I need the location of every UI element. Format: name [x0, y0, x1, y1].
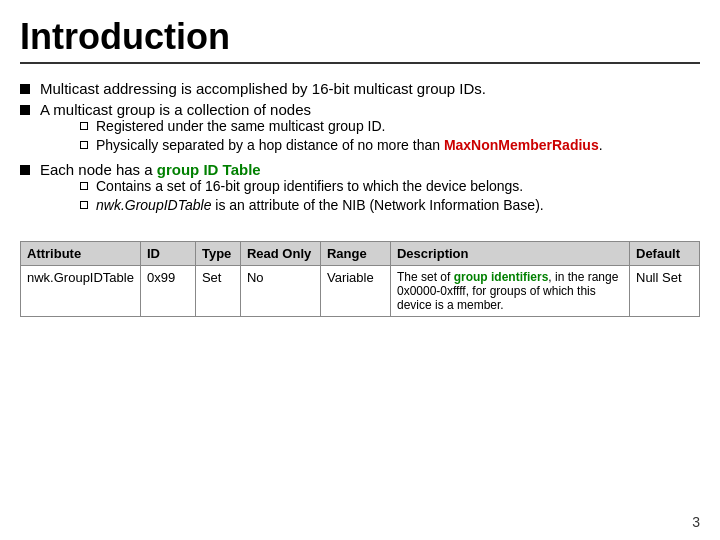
- sub-list-item: Registered under the same multicast grou…: [80, 118, 603, 134]
- cell-type: Set: [195, 266, 240, 317]
- list-item: Multicast addressing is accomplished by …: [20, 80, 700, 97]
- cell-readonly: No: [240, 266, 320, 317]
- sub-text: Registered under the same multicast grou…: [96, 118, 385, 134]
- bullet-text: Each node has a group ID Table: [40, 161, 261, 178]
- cell-id: 0x99: [140, 266, 195, 317]
- bullet-text: Multicast addressing is accomplished by …: [40, 80, 486, 97]
- main-bullet-list: Multicast addressing is accomplished by …: [20, 80, 700, 221]
- col-header-readonly: Read Only: [240, 242, 320, 266]
- bullet-icon: [20, 165, 30, 175]
- sub-list-item: Physically separated by a hop distance o…: [80, 137, 603, 153]
- col-header-id: ID: [140, 242, 195, 266]
- col-header-type: Type: [195, 242, 240, 266]
- attribute-table: Attribute ID Type Read Only Range Descri…: [20, 241, 700, 317]
- col-header-attribute: Attribute: [21, 242, 141, 266]
- list-item: A multicast group is a collection of nod…: [20, 101, 700, 157]
- bullet-content: A multicast group is a collection of nod…: [40, 101, 603, 157]
- max-non-member-radius: MaxNonMemberRadius: [444, 137, 599, 153]
- table-header-row: Attribute ID Type Read Only Range Descri…: [21, 242, 700, 266]
- sub-text: nwk.GroupIDTable is an attribute of the …: [96, 197, 544, 213]
- nwk-table-ref: nwk.GroupIDTable: [96, 197, 211, 213]
- group-id-table-label: group ID Table: [157, 161, 261, 178]
- group-identifiers-link: group identifiers: [454, 270, 549, 284]
- col-header-range: Range: [320, 242, 390, 266]
- sub-text: Contains a set of 16-bit group identifie…: [96, 178, 523, 194]
- bullet-icon: [20, 105, 30, 115]
- col-header-description: Description: [390, 242, 629, 266]
- page-number: 3: [692, 514, 700, 530]
- col-header-default: Default: [630, 242, 700, 266]
- bullet-text: A multicast group is a collection of nod…: [40, 101, 311, 118]
- sub-bullet-icon: [80, 141, 88, 149]
- sub-list-item: Contains a set of 16-bit group identifie…: [80, 178, 544, 194]
- bullet-icon: [20, 84, 30, 94]
- sub-list-item: nwk.GroupIDTable is an attribute of the …: [80, 197, 544, 213]
- sub-bullet-icon: [80, 122, 88, 130]
- bullet-content: Each node has a group ID Table Contains …: [40, 161, 544, 217]
- sub-list: Contains a set of 16-bit group identifie…: [80, 178, 544, 213]
- cell-attribute: nwk.GroupIDTable: [21, 266, 141, 317]
- page-title: Introduction: [20, 16, 700, 64]
- sub-bullet-icon: [80, 182, 88, 190]
- content-area: Multicast addressing is accomplished by …: [20, 80, 700, 530]
- cell-description: The set of group identifiers, in the ran…: [390, 266, 629, 317]
- sub-bullet-icon: [80, 201, 88, 209]
- cell-range: Variable: [320, 266, 390, 317]
- page-container: Introduction Multicast addressing is acc…: [0, 0, 720, 540]
- table-row: nwk.GroupIDTable 0x99 Set No Variable Th…: [21, 266, 700, 317]
- sub-text: Physically separated by a hop distance o…: [96, 137, 603, 153]
- list-item: Each node has a group ID Table Contains …: [20, 161, 700, 217]
- sub-list: Registered under the same multicast grou…: [80, 118, 603, 153]
- cell-default: Null Set: [630, 266, 700, 317]
